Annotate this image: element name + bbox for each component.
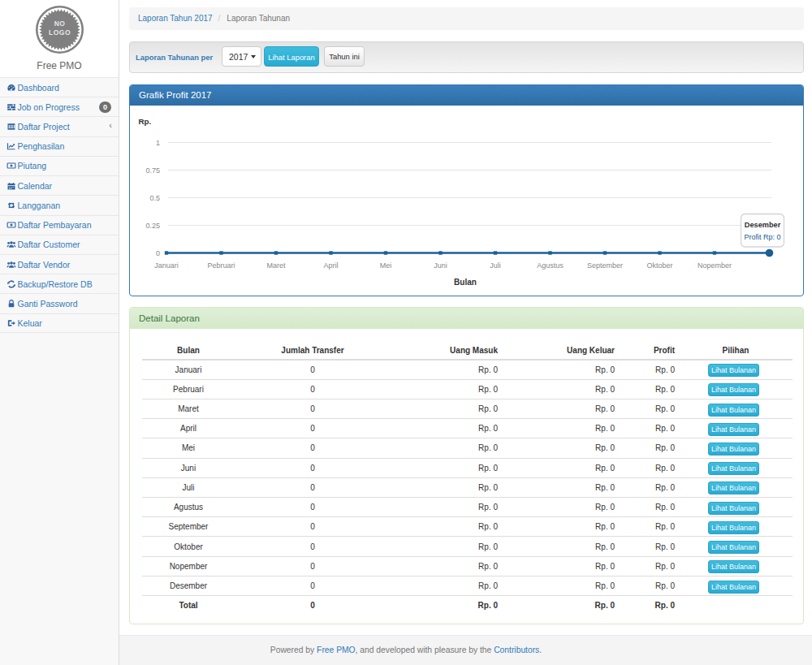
svg-text:Maret: Maret [266,261,286,270]
svg-text:Juli: Juli [490,261,501,270]
svg-text:April: April [323,261,338,270]
svg-text:Mei: Mei [380,261,392,270]
svg-text:September: September [587,261,623,270]
svg-text:LOGO: LOGO [49,28,71,37]
svg-text:0.75: 0.75 [145,166,160,175]
svg-text:0: 0 [156,249,160,257]
svg-text:Desember: Desember [745,221,781,229]
svg-text:1: 1 [156,139,160,147]
svg-text:NO: NO [54,19,66,28]
svg-text:Pebruari: Pebruari [207,261,235,270]
svg-text:0.5: 0.5 [149,194,160,202]
svg-text:Profit Rp: 0: Profit Rp: 0 [744,233,780,241]
svg-text:Bulan: Bulan [454,278,477,287]
svg-text:Oktober: Oktober [646,261,672,270]
svg-text:Agustus: Agustus [537,261,564,270]
svg-text:0.25: 0.25 [145,222,160,230]
svg-text:Rp.: Rp. [139,117,152,126]
svg-text:Nopember: Nopember [698,261,732,270]
svg-text:Januari: Januari [154,261,179,270]
svg-text:Juni: Juni [434,261,447,270]
